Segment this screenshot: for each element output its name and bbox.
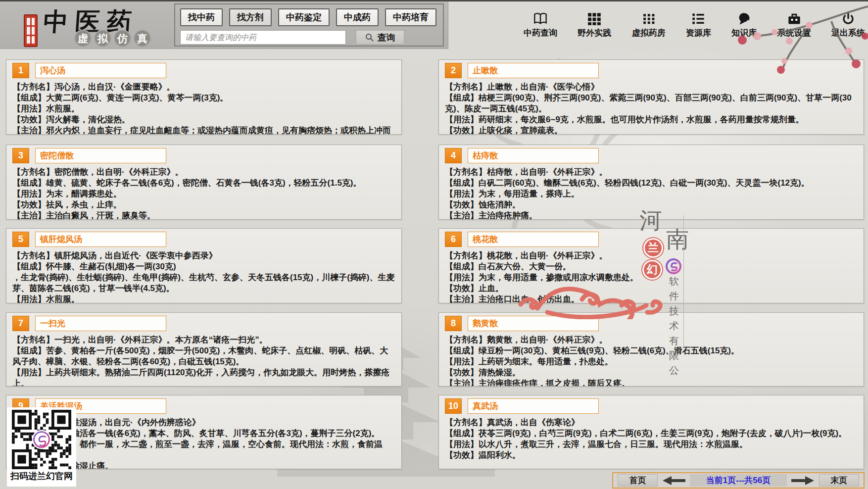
formula-text-line: 【方剂名】桃花散，出自明·《外科正宗》。: [445, 250, 858, 261]
card-body-text: 【方剂名】枯痔散，出自明·《外科正宗》。【组成】白矾二两(60克)、蟾酥二钱(6…: [445, 167, 858, 220]
formula-text-line: 【组成】怀牛膝、生赭石(轧细)各一两(30克): [12, 261, 395, 272]
card-header: 5 镇肝熄风汤: [12, 232, 395, 247]
card-body-text: 【方剂名】一扫光，出自明·《外科正宗》。本方原名“诸疮一扫光”。【组成】苦参、黄…: [12, 335, 395, 387]
app-subtitle-char: 虚: [74, 30, 92, 47]
formula-text-line: 【用法】为末，每用适量，掺撒或用凉水调敷患处。: [445, 272, 858, 283]
card-body-text: 【方剂名】鹅黄散，出自明·《外科正宗》。【组成】绿豆粉一两(30克)、黄柏三钱(…: [445, 335, 858, 387]
card-title[interactable]: 止嗽散: [468, 63, 599, 78]
card-header: 7 一扫光: [12, 316, 395, 331]
formula-text-line: 【组成】大黄二两(6克)、黄连一两(3克)、黄芩一两(3克)。: [12, 93, 395, 103]
formula-text-line: 【组成】绿豆粉一两(30克)、黄柏三钱(9克)、轻粉二钱(6克)、滑石五钱(15…: [445, 345, 858, 356]
tab-herb-identify[interactable]: 中药鉴定: [278, 8, 330, 26]
formula-card: 7 一扫光 【方剂名】一扫光，出自明·《外科正宗》。本方原名“诸疮一扫光”。【组…: [6, 312, 402, 387]
nav-system-settings[interactable]: 系统设置: [777, 12, 811, 39]
pagination-bar: 首页 当前1页---共56页 末页: [612, 472, 865, 489]
card-number-badge: 10: [445, 398, 462, 414]
search-icon: [365, 33, 374, 42]
card-title[interactable]: 密陀僧散: [35, 148, 166, 163]
search-tabs: 找中药 找方剂 中药鉴定 中成药 中药培育: [180, 8, 436, 26]
formula-text-line: 【用法】以水八升，煮取三升，去滓，温服七合，日三服。现代用法：水煎温服。: [445, 439, 858, 450]
next-page-button[interactable]: [787, 474, 819, 487]
toolbox-icon: [787, 12, 801, 25]
card-header: 10 真武汤: [445, 398, 858, 414]
formula-text-line: 【方剂名】泻心汤，出自汉·《金匮要略》。: [12, 82, 395, 93]
app-subtitle-char: 真: [134, 30, 151, 47]
search-panel: 找中药 找方剂 中药鉴定 中成药 中药培育 查询: [174, 3, 444, 47]
arrow-right-icon: [791, 476, 814, 485]
app-subtitle: 虚拟仿真: [74, 30, 151, 47]
card-number-badge: 4: [445, 148, 462, 163]
card-number-badge: 6: [445, 232, 462, 247]
card-title[interactable]: 鹅黄散: [468, 316, 599, 331]
formula-text-line: 【组成】白矾二两(60克)、蟾酥二钱(6克)、轻粉四钱(12克)、白砒一两(30…: [445, 178, 858, 189]
card-number-badge: 3: [12, 148, 29, 163]
search-button[interactable]: 查询: [356, 30, 404, 45]
previous-page-button[interactable]: [658, 474, 690, 487]
header-bar: 中医药 虚拟仿真 找中药 找方剂 中药鉴定 中成药 中药培育 查询: [0, 1, 448, 49]
formula-text-line: 【方剂名】鹅黄散，出自明·《外科正宗》。: [445, 335, 858, 345]
formula-text-line: 【功效】蚀疮消肿。: [445, 199, 858, 210]
cabinet-icon: [642, 12, 655, 25]
first-page-button[interactable]: 首页: [618, 474, 658, 487]
card-title[interactable]: 桃花散: [468, 232, 599, 247]
card-number-badge: 5: [12, 232, 29, 247]
formula-text-line: 【功效】祛风，杀虫，止痒。: [12, 199, 395, 210]
app-window: 中医药 虚拟仿真 找中药 找方剂 中药鉴定 中成药 中药培育 查询: [0, 0, 868, 489]
formula-card: 1 泻心汤 【方剂名】泻心汤，出自汉·《金匮要略》。【组成】大黄二两(6克)、黄…: [6, 59, 402, 135]
formula-text-line: 【功效】止咳化痰，宣肺疏表。: [445, 125, 858, 135]
formula-text-line: 【方剂名】止嗽散，出自清·《医学心悟》: [445, 82, 858, 93]
card-title[interactable]: 一扫光: [35, 316, 166, 331]
card-number-badge: 8: [445, 316, 462, 331]
nav-resource-library[interactable]: 资源库: [686, 12, 711, 39]
formula-text-line: 【用法】水煎服。: [12, 294, 395, 303]
formula-card: 8 鹅黄散 【方剂名】鹅黄散，出自明·《外科正宗》。【组成】绿豆粉一两(30克)…: [438, 312, 864, 387]
formula-text-line: 【功效】温阳利水。: [445, 450, 858, 461]
formula-text-line: 【主治】主治痤痱疮作痒，抓之皮损，随后又疼。: [445, 378, 858, 387]
search-input[interactable]: [180, 30, 346, 45]
formula-card: 5 镇肝熄风汤 【方剂名】镇肝熄风汤，出自近代·《医学衷中参西录》【组成】怀牛膝…: [6, 228, 402, 303]
card-header: 8 鹅黄散: [445, 316, 858, 331]
nav-knowledge-base[interactable]: 知识库: [731, 12, 757, 39]
formula-card: 4 枯痔散 【方剂名】枯痔散，出自明·《外科正宗》。【组成】白矾二两(60克)、…: [438, 145, 864, 220]
formula-text-line: 【组成】雄黄、硫黄、蛇床子各二钱(各6克)，密陀僧、石黄各一钱(各3克)，轻粉五…: [12, 178, 395, 189]
card-body-text: 【方剂名】止嗽散，出自清·《医学心悟》【组成】桔梗三两(90克)、荆芥三两(90…: [445, 82, 858, 135]
qr-code: [10, 410, 73, 469]
tab-find-herb[interactable]: 找中药: [180, 8, 223, 26]
formula-text-line: 【组成】苦参、黄柏各一斤(各500克)，烟胶一升(500克)，木鳖肉、蛇床子、点…: [12, 345, 395, 367]
formula-text-line: 【主治】邪火内炽，迫血妄行，症见吐血衄血等；或湿热内蕴而成黄疸，见有胸痞烦热；或…: [12, 125, 395, 135]
card-body-text: 【方剂名】桃花散，出自明·《外科正宗》。【组成】白石灰六份、大黄一份。【用法】为…: [445, 250, 858, 303]
card-header: 3 密陀僧散: [12, 148, 395, 163]
nav-herb-query[interactable]: 中药查询: [524, 12, 557, 39]
grid-icon: [587, 12, 601, 25]
card-header: 1 泻心汤: [12, 63, 395, 78]
last-page-button[interactable]: 末页: [819, 474, 859, 487]
card-title[interactable]: 镇肝熄风汤: [35, 232, 166, 247]
formula-card: 10 真武汤 【方剂名】真武汤，出自《伤寒论》【组成】茯苓三两(9克)，白芍三两…: [438, 395, 864, 469]
formula-text-line: 【用法】上药共研细末。熟猪油二斤四两(1120克)化开，入药搅匀，作丸如龙眼大。…: [12, 367, 395, 387]
formula-text-line: 【功效】清热燥湿。: [445, 367, 858, 378]
formula-text-line: 【方剂名】一扫光，出自明·《外科正宗》。本方原名“诸疮一扫光”。: [12, 335, 395, 345]
nav-exit-system[interactable]: 退出系统: [831, 12, 865, 39]
card-number-badge: 7: [12, 316, 29, 331]
formula-card: 2 止嗽散 【方剂名】止嗽散，出自清·《医学心悟》【组成】桔梗三两(90克)、荆…: [438, 59, 864, 135]
card-body-text: 【方剂名】镇肝熄风汤，出自近代·《医学衷中参西录》【组成】怀牛膝、生赭石(轧细)…: [12, 250, 395, 303]
book-icon: [533, 12, 547, 25]
red-seal-logo: [24, 14, 38, 47]
nav-field-practice[interactable]: 野外实践: [578, 12, 611, 39]
formula-text-line: 【组成】白石灰六份、大黄一份。: [445, 261, 858, 272]
formula-text-line: 【组成】茯苓三两(9克)，白芍三两(9克)，白术二两(6克)，生姜三两(9克)，…: [445, 428, 858, 439]
nav-virtual-pharmacy[interactable]: 虚拟药房: [632, 12, 666, 39]
tab-patent-medicine[interactable]: 中成药: [336, 8, 379, 26]
top-navigation: 中药查询 野外实践 虚拟药房: [524, 12, 865, 39]
card-title[interactable]: 真武汤: [468, 398, 599, 414]
tab-find-formula[interactable]: 找方剂: [229, 8, 272, 26]
card-title[interactable]: 泻心汤: [35, 63, 166, 78]
tab-herb-cultivation[interactable]: 中药培育: [385, 8, 436, 26]
card-title[interactable]: 枯痔散: [468, 148, 599, 163]
card-body-text: 【方剂名】泻心汤，出自汉·《金匮要略》。【组成】大黄二两(6克)、黄连一两(3克…: [12, 82, 395, 135]
formula-text-line: 【组成】桔梗三两(90克)、荆芥三两(90克)、紫菀三两(90克)、百部三两(9…: [445, 93, 858, 114]
card-number-badge: 1: [12, 63, 29, 78]
chat-icon: [737, 12, 751, 25]
formula-text-line: ，生龙骨(捣碎)、生牡蛎(捣碎)、生龟甲(捣碎)、生杭芍、玄参、天冬五钱各(15…: [12, 272, 395, 294]
formula-text-line: 【用法】药研细末，每次服6~9克，水煎服。也可用饮片作汤剂，水煎服，各药用量按常…: [445, 114, 858, 125]
